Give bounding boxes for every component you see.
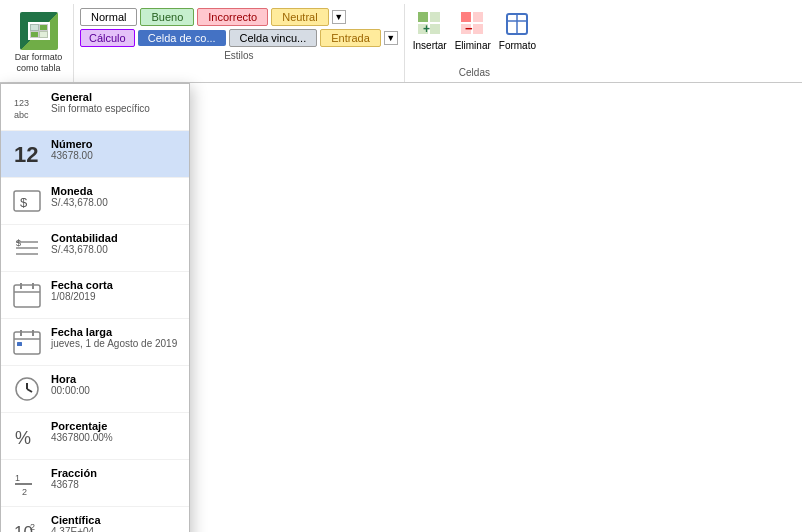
cells-section: + Insertar − xyxy=(405,4,544,82)
porcentaje-icon: % xyxy=(11,420,43,452)
neutral-style-btn[interactable]: Neutral xyxy=(271,8,328,26)
format-contabilidad-item[interactable]: $ Contabilidad S/.43,678.00 xyxy=(1,225,189,272)
format-cientifica-item[interactable]: 10 2 Científica 4.37E+04 xyxy=(1,507,189,532)
format-hora-item[interactable]: Hora 00:00:00 xyxy=(1,366,189,413)
bueno-style-btn[interactable]: Bueno xyxy=(140,8,194,26)
entrada-style-btn[interactable]: Entrada xyxy=(320,29,381,47)
svg-rect-30 xyxy=(17,342,22,346)
svg-rect-3 xyxy=(430,24,440,34)
styles-dropdown-btn[interactable]: ▼ xyxy=(332,10,346,24)
celda-co-style-btn[interactable]: Celda de co... xyxy=(138,30,226,46)
numero-icon: 12 xyxy=(11,138,43,170)
eliminar-btn[interactable]: − Eliminar xyxy=(455,8,491,51)
insertar-icon: + xyxy=(414,8,446,40)
svg-text:%: % xyxy=(15,428,31,448)
format-fecha-corta-item[interactable]: Fecha corta 1/08/2019 xyxy=(1,272,189,319)
formato-icon xyxy=(501,8,533,40)
format-general-item[interactable]: 123 abc General Sin formato específico xyxy=(1,84,189,131)
format-porcentaje-item[interactable]: % Porcentaje 4367800.00% xyxy=(1,413,189,460)
format-fecha-larga-item[interactable]: Fecha larga jueves, 1 de Agosto de 2019 xyxy=(1,319,189,366)
format-numero-item[interactable]: 12 Número 43678.00 xyxy=(1,131,189,178)
hora-icon xyxy=(11,373,43,405)
contabilidad-icon: $ xyxy=(11,232,43,264)
svg-text:+: + xyxy=(423,22,430,36)
svg-line-33 xyxy=(27,389,32,392)
svg-text:2: 2 xyxy=(22,487,27,497)
svg-text:2: 2 xyxy=(30,522,35,532)
styles-section: Normal Bueno Incorrecto Neutral ▼ Cálcul… xyxy=(74,4,405,82)
fecha-larga-icon xyxy=(11,326,43,358)
format-table-icon xyxy=(20,12,58,50)
fraccion-icon: 1 2 xyxy=(11,467,43,499)
insertar-label: Insertar xyxy=(413,40,447,51)
svg-rect-22 xyxy=(14,285,40,307)
incorrecto-style-btn[interactable]: Incorrecto xyxy=(197,8,268,26)
svg-text:−: − xyxy=(465,21,473,36)
styles-dropdown2-btn[interactable]: ▼ xyxy=(384,31,398,45)
cientifica-icon: 10 2 xyxy=(11,514,43,532)
fecha-corta-icon xyxy=(11,279,43,311)
cells-section-label: Celdas xyxy=(459,67,490,78)
normal-style-btn[interactable]: Normal xyxy=(80,8,137,26)
moneda-icon: $ xyxy=(11,185,43,217)
formato-btn[interactable]: Formato xyxy=(499,8,536,51)
insertar-btn[interactable]: + Insertar xyxy=(413,8,447,51)
svg-text:$: $ xyxy=(20,195,28,210)
svg-rect-8 xyxy=(473,24,483,34)
format-moneda-item[interactable]: $ Moneda S/.43,678.00 xyxy=(1,178,189,225)
svg-rect-1 xyxy=(430,12,440,22)
formato-label: Formato xyxy=(499,40,536,51)
svg-text:123: 123 xyxy=(14,98,29,108)
general-icon: 123 abc xyxy=(11,91,43,123)
svg-text:12: 12 xyxy=(14,142,38,167)
calculo-style-btn[interactable]: Cálculo xyxy=(80,29,135,47)
svg-text:$: $ xyxy=(16,238,21,248)
eliminar-icon: − xyxy=(457,8,489,40)
number-format-dropdown[interactable]: 123 abc General Sin formato específico 1… xyxy=(0,83,190,532)
svg-rect-6 xyxy=(473,12,483,22)
celda-vinc-style-btn[interactable]: Celda vincu... xyxy=(229,29,318,47)
format-table-label: Dar formatocomo tabla xyxy=(15,52,63,74)
svg-text:1: 1 xyxy=(15,473,20,483)
styles-section-label: Estilos xyxy=(80,50,398,61)
svg-text:abc: abc xyxy=(14,110,29,120)
svg-rect-0 xyxy=(418,12,428,22)
eliminar-label: Eliminar xyxy=(455,40,491,51)
format-fraccion-item[interactable]: 1 2 Fracción 43678 xyxy=(1,460,189,507)
